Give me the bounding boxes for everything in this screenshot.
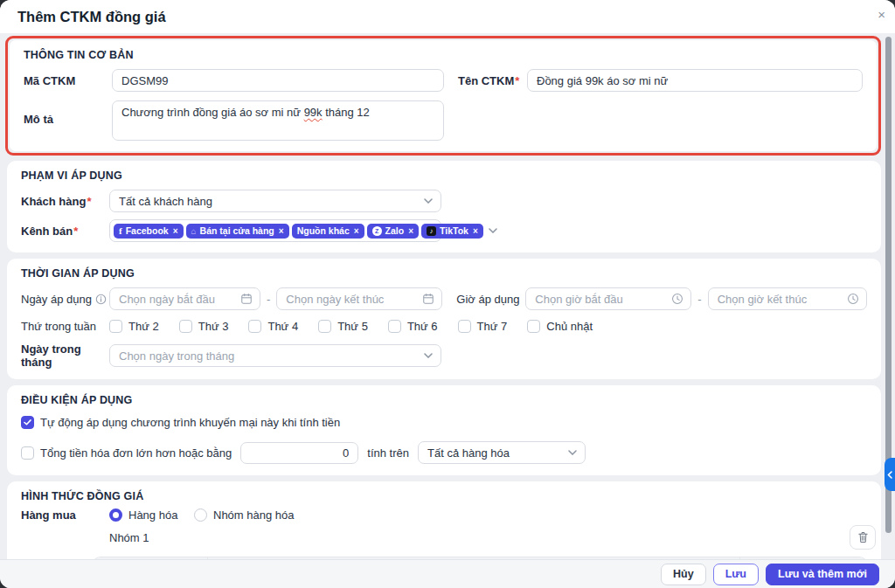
spellcheck-underline: 99k bbox=[304, 106, 323, 119]
section-conditions: ĐIỀU KIỆN ÁP DỤNG Tự động áp dụng chương… bbox=[7, 385, 881, 475]
remove-tag-icon[interactable]: × bbox=[173, 226, 178, 236]
ma-ctkm-input[interactable] bbox=[112, 69, 444, 92]
checkbox-unchecked-icon[interactable] bbox=[179, 320, 192, 333]
end-date-input[interactable]: Chọn ngày kết thúc bbox=[276, 287, 442, 310]
checkbox-unchecked-icon[interactable] bbox=[248, 320, 261, 333]
section-title-basic: THÔNG TIN CƠ BẢN bbox=[10, 40, 877, 66]
checkbox-unchecked-icon[interactable] bbox=[458, 320, 471, 333]
tiktok-icon: ♪ bbox=[427, 226, 436, 236]
thu-trong-tuan-label: Thứ trong tuần bbox=[21, 320, 109, 333]
khach-hang-select[interactable]: Tất cả khách hàng bbox=[109, 190, 441, 212]
mo-ta-label: Mô tả bbox=[24, 113, 112, 126]
section-basic-info: THÔNG TIN CƠ BẢN Mã CTKM Tên CTKM* Mô tả… bbox=[10, 40, 877, 151]
group-label: Nhóm 1 bbox=[109, 531, 149, 544]
channel-tag[interactable]: ⌂Bán tại cửa hàng× bbox=[186, 224, 289, 239]
channel-tag-label: Facebook bbox=[126, 226, 169, 236]
weekday-checkboxes: Thứ 2Thứ 3Thứ 4Thứ 5Thứ 6Thứ 7Chủ nhật bbox=[109, 320, 593, 333]
modal-body: THÔNG TIN CƠ BẢN Mã CTKM Tên CTKM* Mô tả… bbox=[0, 33, 895, 559]
channel-tag[interactable]: ♪TikTok× bbox=[421, 224, 483, 239]
ngay-trong-thang-placeholder: Chọn ngày trong tháng bbox=[119, 349, 419, 363]
required-mark: * bbox=[73, 225, 78, 238]
weekday-checkbox-item[interactable]: Thứ 5 bbox=[318, 320, 368, 333]
section-title-pricing: HÌNH THỨC ĐỒNG GIÁ bbox=[7, 481, 881, 507]
weekday-label: Thứ 3 bbox=[198, 320, 229, 333]
remove-tag-icon[interactable]: × bbox=[354, 226, 359, 236]
ngay-trong-thang-label: Ngày trong tháng bbox=[21, 342, 109, 369]
save-and-new-button[interactable]: Lưu và thêm mới bbox=[766, 564, 879, 585]
required-mark: * bbox=[87, 195, 91, 208]
ngay-trong-thang-select[interactable]: Chọn ngày trong tháng bbox=[109, 344, 441, 367]
ngay-ap-dung-label: Ngày áp dụng bbox=[21, 293, 109, 306]
radio-nhom-hang-hoa[interactable]: Nhóm hàng hóa bbox=[194, 508, 295, 522]
chevron-left-icon bbox=[887, 471, 892, 479]
weekday-checkbox-item[interactable]: Chủ nhật bbox=[527, 320, 593, 333]
channel-tag-label: Nguồn khác bbox=[297, 226, 350, 236]
auto-apply-label: Tự động áp dụng chương trình khuyến mại … bbox=[40, 416, 340, 429]
chevron-down-icon bbox=[568, 450, 577, 455]
weekday-checkbox-item[interactable]: Thứ 2 bbox=[109, 320, 159, 333]
checkbox-unchecked-icon[interactable] bbox=[21, 446, 34, 460]
channel-tag[interactable]: fFacebook× bbox=[114, 224, 184, 239]
save-button[interactable]: Lưu bbox=[713, 564, 759, 585]
section-scope: PHẠM VI ÁP DỤNG Khách hàng* Tất cả khách… bbox=[7, 161, 881, 252]
khach-hang-label: Khách hàng* bbox=[21, 195, 109, 208]
info-icon bbox=[95, 294, 107, 305]
facebook-icon: f bbox=[119, 226, 122, 236]
remove-tag-icon[interactable]: × bbox=[408, 226, 413, 236]
cancel-button[interactable]: Hủy bbox=[661, 564, 706, 585]
channel-tag-label: Zalo bbox=[385, 226, 405, 236]
check-icon bbox=[24, 419, 31, 425]
radio-hang-hoa[interactable]: Hàng hóa bbox=[109, 508, 194, 522]
checkbox-unchecked-icon[interactable] bbox=[109, 320, 122, 333]
weekday-label: Thứ 6 bbox=[407, 320, 438, 333]
ten-ctkm-input[interactable] bbox=[527, 69, 863, 92]
auto-apply-checkbox-item[interactable]: Tự động áp dụng chương trình khuyến mại … bbox=[21, 416, 340, 429]
start-date-input[interactable]: Chọn ngày bắt đầu bbox=[109, 287, 260, 310]
modal-footer: Hủy Lưu Lưu và thêm mới bbox=[0, 559, 895, 588]
close-icon[interactable]: × bbox=[878, 8, 885, 21]
weekday-label: Chủ nhật bbox=[546, 320, 593, 333]
section-title-scope: PHẠM VI ÁP DỤNG bbox=[7, 161, 881, 186]
channel-tag[interactable]: ZZalo× bbox=[367, 224, 419, 239]
delete-group-button[interactable] bbox=[850, 525, 876, 550]
weekday-checkbox-item[interactable]: Thứ 7 bbox=[458, 320, 508, 333]
kenh-ban-label: Kênh bán* bbox=[21, 225, 109, 238]
section-title-conditions: ĐIỀU KIỆN ÁP DỤNG bbox=[7, 385, 881, 411]
store-icon: ⌂ bbox=[191, 226, 197, 236]
tinh-tren-select[interactable]: Tất cả hàng hóa bbox=[418, 441, 586, 464]
required-mark: * bbox=[515, 74, 519, 87]
checkbox-checked-icon[interactable] bbox=[21, 416, 34, 429]
modal-header: Thêm CTKM đồng giá bbox=[0, 0, 895, 33]
side-panel-toggle[interactable] bbox=[885, 458, 895, 491]
kenh-ban-multiselect[interactable]: fFacebook×⌂Bán tại cửa hàng×Nguồn khác×Z… bbox=[109, 219, 441, 242]
mo-ta-textarea[interactable]: Chương trình đồng giá áo sơ mi nữ 99k th… bbox=[112, 100, 444, 141]
hang-mua-label: Hàng mua bbox=[21, 508, 109, 522]
checkbox-unchecked-icon[interactable] bbox=[527, 320, 540, 333]
min-total-label: Tổng tiền hóa đơn lớn hơn hoặc bằng bbox=[40, 446, 232, 460]
weekday-checkbox-item[interactable]: Thứ 3 bbox=[179, 320, 229, 333]
checkbox-unchecked-icon[interactable] bbox=[388, 320, 401, 333]
tinh-tren-label: tính trên bbox=[367, 446, 409, 460]
trash-icon bbox=[857, 531, 869, 543]
calendar-icon bbox=[422, 293, 434, 305]
channel-tags: fFacebook×⌂Bán tại cửa hàng×Nguồn khác×Z… bbox=[114, 224, 483, 239]
weekday-checkbox-item[interactable]: Thứ 4 bbox=[248, 320, 298, 333]
remove-tag-icon[interactable]: × bbox=[473, 226, 478, 236]
clock-icon bbox=[847, 293, 859, 305]
annotation-highlight: THÔNG TIN CƠ BẢN Mã CTKM Tên CTKM* Mô tả… bbox=[5, 36, 881, 156]
calendar-icon bbox=[240, 293, 253, 305]
weekday-checkbox-item[interactable]: Thứ 6 bbox=[388, 320, 438, 333]
end-time-input[interactable]: Chọn giờ kết thúc bbox=[708, 287, 867, 310]
channel-tag-label: TikTok bbox=[440, 226, 468, 236]
remove-tag-icon[interactable]: × bbox=[279, 226, 284, 236]
min-total-input[interactable] bbox=[240, 442, 358, 464]
radio-selected-icon[interactable] bbox=[109, 508, 122, 522]
gio-ap-dung-label: Giờ áp dụng bbox=[456, 293, 525, 306]
min-total-checkbox-item[interactable]: Tổng tiền hóa đơn lớn hơn hoặc bằng bbox=[21, 446, 232, 460]
channel-tag[interactable]: Nguồn khác× bbox=[292, 224, 364, 239]
start-time-input[interactable]: Chọn giờ bắt đầu bbox=[525, 287, 691, 310]
checkbox-unchecked-icon[interactable] bbox=[318, 320, 331, 333]
channel-tag-label: Bán tại cửa hàng bbox=[200, 226, 274, 236]
radio-unselected-icon[interactable] bbox=[194, 508, 207, 522]
section-time: THỜI GIAN ÁP DỤNG Ngày áp dụng Chọn ngày… bbox=[7, 259, 881, 379]
